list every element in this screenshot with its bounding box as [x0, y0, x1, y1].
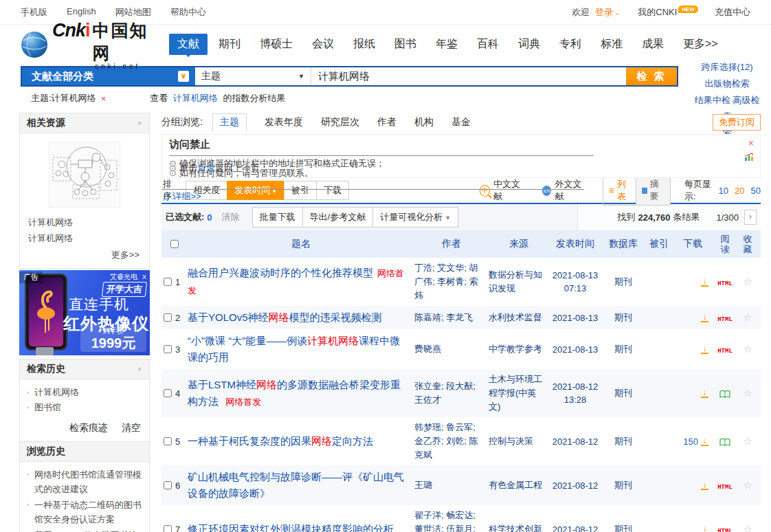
col-title[interactable]: 题名 [188, 238, 414, 250]
download-icon[interactable]: ↓ [701, 313, 708, 322]
collapse-chevron-icon[interactable]: » [136, 367, 144, 371]
result-title-link[interactable]: 修正环境因素对红外测温模块精度影响的分析 [188, 523, 394, 532]
col-cited[interactable]: 被引 [645, 238, 673, 250]
result-source[interactable]: 中学教学参考 [489, 342, 549, 356]
row-checkbox[interactable] [164, 313, 172, 322]
download-icon[interactable]: ↓ [701, 389, 708, 398]
search-input[interactable] [311, 67, 626, 85]
favorite-star-icon[interactable]: ☆ [737, 387, 758, 399]
index-chart-icon[interactable] [744, 153, 755, 162]
sort-button-被引[interactable]: 被引 [284, 181, 317, 200]
row-checkbox[interactable] [164, 437, 172, 445]
html-read-icon[interactable]: HTML [717, 280, 733, 287]
clear-search-history-link[interactable]: 清空 [122, 422, 141, 434]
html-read-icon[interactable]: HTML [717, 348, 733, 355]
per-page-20[interactable]: 20 [735, 186, 744, 196]
topbar-link[interactable]: 网站地图 [115, 6, 151, 19]
html-read-icon[interactable]: HTML [717, 484, 733, 491]
browse-history-item[interactable]: 网络时代图书馆流通管理模式的改进建议 [27, 467, 142, 496]
result-authors[interactable]: 丁浩; 艾文华; 胡广伟; 李树青; 索炜 [414, 261, 489, 302]
col-date[interactable]: 发表时间 [549, 238, 601, 250]
nav-tab-年鉴[interactable]: 年鉴 [427, 34, 466, 55]
nav-tab-期刊[interactable]: 期刊 [210, 34, 249, 55]
group-tab-研究层次[interactable]: 研究层次 [321, 114, 359, 131]
book-read-icon[interactable] [719, 390, 730, 399]
nav-tab-专利[interactable]: 专利 [551, 34, 590, 55]
login-link[interactable]: 登录⌄ [595, 6, 620, 19]
result-title-link[interactable]: 融合用户兴趣波动时序的个性化推荐模型网络首发 [188, 267, 404, 296]
category-dropdown-icon[interactable]: ∨ [178, 71, 189, 82]
per-page-50[interactable]: 50 [751, 186, 761, 196]
book-read-icon[interactable] [719, 438, 730, 447]
group-tab-发表年度[interactable]: 发表年度 [265, 114, 303, 131]
chinese-docs-toggle[interactable]: 中 中文文献 [480, 178, 524, 203]
nav-tab-报纸[interactable]: 报纸 [345, 34, 383, 55]
remove-term-icon[interactable]: × [101, 93, 107, 104]
abstract-view-button[interactable]: 摘要 [636, 176, 669, 205]
clear-selection-link[interactable]: 清除 [222, 211, 240, 223]
publication-search-link[interactable]: 出版物检索 [691, 76, 763, 92]
favorite-star-icon[interactable]: ☆ [737, 311, 758, 324]
nav-tab-更多>>[interactable]: 更多>> [675, 34, 726, 55]
close-icon[interactable]: × [748, 137, 754, 148]
download-icon[interactable]: ↓ [701, 345, 708, 354]
per-page-10[interactable]: 10 [719, 186, 728, 196]
export-reference-button[interactable]: 导出/参考文献 [302, 207, 374, 228]
result-authors[interactable]: 韩梦瑶; 鲁云军; 金乙乔; 刘乾; 陈克斌 [414, 421, 489, 462]
search-history-item[interactable]: 图书馆 [27, 400, 142, 415]
download-icon[interactable]: ↓ [701, 278, 708, 287]
search-button[interactable]: 检 索 [626, 67, 677, 85]
select-all-checkbox[interactable] [170, 240, 179, 248]
group-tab-机构[interactable]: 机构 [414, 114, 434, 131]
nav-tab-成果[interactable]: 成果 [634, 34, 672, 55]
result-title-link[interactable]: 一种基于柯氏复杂度的因果网络定向方法 [188, 435, 373, 447]
nav-tab-会议[interactable]: 会议 [304, 34, 342, 55]
favorite-star-icon[interactable]: ☆ [737, 435, 758, 447]
related-book-image[interactable] [49, 142, 120, 208]
ad-close-icon[interactable]: X [142, 274, 146, 280]
group-tab-主题[interactable]: 主题 [212, 113, 247, 131]
nav-tab-文献[interactable]: 文献 [169, 34, 208, 55]
field-select[interactable]: 主题 ▼ [195, 67, 311, 85]
browse-history-item[interactable]: 基于Hadoop的大学图书馆服务平台设计 [27, 528, 142, 532]
favorite-star-icon[interactable]: ☆ [737, 523, 758, 532]
result-authors[interactable]: 翟子洋; 畅宏达; 董世洁; 伍新月; 杨炜 [414, 509, 489, 532]
cross-db-link[interactable]: 跨库选择(12) [691, 59, 763, 76]
browse-history-item[interactable]: 一种基于动态二维码的图书馆安全身份认证方案 [27, 498, 142, 527]
topbar-link[interactable]: 手机版 [21, 6, 47, 19]
col-read[interactable]: 阅读 [719, 234, 730, 254]
favorite-star-icon[interactable]: ☆ [737, 343, 758, 355]
nav-tab-图书[interactable]: 图书 [386, 34, 425, 55]
col-favorite[interactable]: 收藏 [742, 234, 753, 254]
result-title-link[interactable]: 矿山机械电气控制与故障诊断——评《矿山电气设备的故障诊断》 [188, 471, 404, 499]
index-analysis-link[interactable]: 计算机网络 [173, 93, 218, 103]
cnki-logo[interactable]: Cnki 中国知网 cnki.net [21, 19, 164, 70]
row-checkbox[interactable] [164, 345, 172, 353]
favorite-star-icon[interactable]: ☆ [737, 276, 758, 288]
related-item-link[interactable]: 计算机网络 [28, 214, 141, 230]
nav-tab-词典[interactable]: 词典 [510, 34, 548, 55]
col-download[interactable]: 下载 [673, 238, 713, 250]
group-tab-基金[interactable]: 基金 [451, 114, 471, 131]
topbar-link[interactable]: English [67, 6, 96, 19]
next-page-button[interactable]: › [744, 210, 757, 225]
download-icon[interactable]: ↓ [701, 525, 708, 532]
result-title-link[interactable]: “小”微课 “大”能量——例谈计算机网络课程中微课的巧用 [188, 335, 400, 363]
ad-banner[interactable]: 广告 艾睿光电 X 开学大吉 直连手机 红外热像仪 到手价 1999元 [19, 270, 150, 355]
result-title-link[interactable]: 基于YOLOv5神经网络模型的违采视频检测 [188, 311, 382, 323]
topbar-link[interactable]: 帮助中心 [170, 6, 206, 19]
result-authors[interactable]: 王璐 [414, 478, 489, 492]
result-authors[interactable]: 费晓燕 [414, 342, 489, 356]
col-database[interactable]: 数据库 [601, 238, 645, 250]
row-checkbox[interactable] [164, 278, 172, 286]
result-title-link[interactable]: 基于LSTM神经网络的多源数据融合桥梁变形重构方法 网络首发 [188, 379, 401, 407]
result-authors[interactable]: 张立奎; 段大猷; 王佐才 [414, 379, 489, 407]
sort-button-下载[interactable]: 下载 [316, 181, 349, 200]
result-source[interactable]: 控制与决策 [489, 434, 549, 448]
col-author[interactable]: 作者 [414, 238, 489, 250]
search-trace-link[interactable]: 检索痕迹 [69, 422, 108, 434]
visual-analysis-button[interactable]: 计量可视化分析▼ [372, 207, 458, 228]
free-subscribe-button[interactable]: 免费订阅 [713, 114, 761, 131]
result-source[interactable]: 水利技术监督 [489, 311, 549, 324]
html-read-icon[interactable]: HTML [717, 528, 733, 532]
